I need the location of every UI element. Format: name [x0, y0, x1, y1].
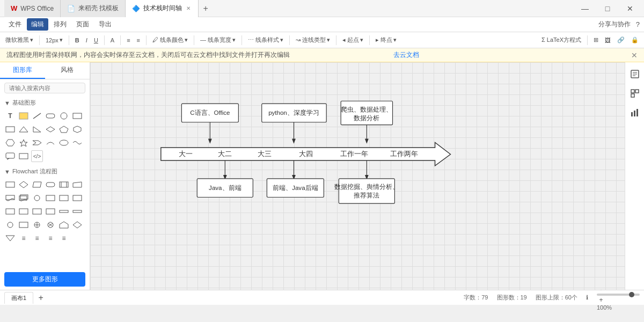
canvas-area[interactable]: C语言、Office python、深度学习 爬虫、数据处理、 数据分析	[90, 62, 625, 290]
end-point-control[interactable]: ▸ 终点▾	[374, 35, 399, 45]
fc-multidoc[interactable]	[18, 192, 30, 204]
fc-circle2[interactable]	[31, 192, 43, 204]
fc-house[interactable]	[58, 219, 70, 231]
shape-right-triangle[interactable]	[31, 123, 43, 135]
properties-panel-button[interactable]	[627, 67, 642, 82]
shape-ellipse[interactable]	[58, 137, 70, 149]
fc-io[interactable]	[31, 179, 43, 191]
menu-export[interactable]: 导出	[94, 18, 116, 31]
notif-link[interactable]: 去云文档	[393, 50, 419, 60]
sheet-tab-1[interactable]: 画布1	[4, 292, 33, 304]
add-sheet-button[interactable]: +	[35, 292, 46, 303]
tab-diagram[interactable]: 🔷 技术栈时间轴 ✕	[126, 0, 199, 17]
fc-s2[interactable]	[71, 192, 83, 204]
shape-triangle[interactable]	[18, 123, 30, 135]
fc-diamond2[interactable]	[71, 219, 83, 231]
shape-chevron[interactable]	[31, 137, 43, 149]
fc-triangle2[interactable]	[4, 232, 16, 244]
search-input[interactable]	[4, 83, 85, 93]
shape-diamond[interactable]	[45, 123, 56, 135]
shape-line[interactable]	[31, 110, 43, 122]
shape-rect3[interactable]	[18, 150, 30, 162]
fc-s6[interactable]	[45, 206, 56, 217]
shape-arc[interactable]	[45, 137, 56, 149]
shape-rect2[interactable]	[4, 123, 16, 135]
fc-list2[interactable]: ≡	[31, 232, 43, 244]
fc-x[interactable]	[45, 219, 56, 231]
fc-s3[interactable]	[4, 206, 16, 217]
latex-button[interactable]: Σ LaTeX方程式	[539, 35, 583, 45]
font-select[interactable]: 微软雅黑 ▾	[3, 35, 35, 45]
close-button[interactable]: ✕	[620, 0, 640, 17]
top-box-3[interactable]	[341, 101, 392, 125]
underline-button[interactable]: U	[92, 36, 100, 45]
bottom-box-3[interactable]	[339, 179, 394, 203]
connector-type-control[interactable]: ↝ 连线类型▾	[294, 35, 332, 45]
shape-rect-fill[interactable]	[18, 110, 30, 122]
stroke-style-control[interactable]: ⋯ 线条样式▾	[246, 35, 286, 45]
italic-button[interactable]: I	[84, 36, 90, 45]
menu-edit[interactable]: 编辑	[27, 18, 48, 31]
fc-list1[interactable]: ≡	[18, 232, 30, 244]
help-icon[interactable]: ?	[636, 20, 640, 28]
zoom-slider[interactable]	[597, 294, 640, 296]
shape-pentagon[interactable]	[58, 123, 70, 135]
status-info-icon[interactable]: ℹ	[586, 294, 588, 301]
shape-hexagon[interactable]	[4, 137, 16, 149]
shape-circle[interactable]	[58, 110, 70, 122]
basic-shapes-title[interactable]: ▼ 基础图形	[4, 99, 85, 107]
fc-terminal[interactable]	[45, 179, 56, 191]
fc-rect4[interactable]	[45, 192, 56, 204]
tab-shape-library[interactable]: 图形库	[0, 62, 45, 79]
tab-wps[interactable]: W WPS Office	[4, 0, 61, 17]
menu-arrange[interactable]: 排列	[49, 18, 71, 31]
fc-doc[interactable]	[4, 192, 16, 204]
shape-callout[interactable]	[4, 150, 16, 162]
fc-s8[interactable]	[71, 206, 83, 217]
fc-s9[interactable]	[18, 219, 30, 231]
zoom-in-button[interactable]: +	[597, 296, 605, 304]
fc-decision[interactable]	[18, 179, 30, 191]
start-point-control[interactable]: ◂ 起点▾	[340, 35, 365, 45]
link-button[interactable]: 🔗	[615, 35, 627, 45]
list-button[interactable]: ≡	[135, 36, 142, 45]
opacity-control[interactable]: 🖊 线条颜色▾	[150, 35, 190, 45]
shape-text[interactable]: T	[4, 110, 16, 122]
fc-manual[interactable]	[71, 179, 83, 191]
stroke-width-control[interactable]: — 线条宽度▾	[198, 35, 238, 45]
shape-code[interactable]: </>	[31, 150, 43, 162]
minimize-button[interactable]: —	[575, 0, 595, 17]
align-button[interactable]: ≡	[125, 36, 132, 45]
shape-hexagon-v[interactable]	[71, 123, 83, 135]
color-button[interactable]: A	[108, 36, 116, 45]
new-tab-button[interactable]: +	[199, 4, 212, 13]
fc-s4[interactable]	[18, 206, 30, 217]
menu-file[interactable]: 文件	[4, 18, 26, 31]
fc-predefined[interactable]	[58, 179, 70, 191]
fc-circle3[interactable]	[4, 219, 16, 231]
notif-close-button[interactable]: ✕	[631, 51, 638, 60]
font-size-select[interactable]: 12px ▾	[43, 35, 65, 45]
menu-page[interactable]: 页面	[72, 18, 93, 31]
flowchart-title[interactable]: ▼ Flowchart 流程图	[4, 167, 85, 175]
shape-rect[interactable]	[71, 110, 83, 122]
fc-s1[interactable]	[58, 192, 70, 204]
fc-process[interactable]	[4, 179, 16, 191]
format-panel-button[interactable]	[627, 86, 642, 101]
tab-close-diagram[interactable]: ✕	[185, 4, 192, 12]
chart-panel-button[interactable]	[627, 105, 642, 120]
bold-button[interactable]: B	[73, 36, 82, 45]
canvas-grid[interactable]: C语言、Office python、深度学习 爬虫、数据处理、 数据分析	[90, 62, 625, 290]
maximize-button[interactable]: □	[598, 0, 617, 17]
share-button[interactable]: 分享与协作	[598, 20, 631, 29]
lock-button[interactable]: 🔒	[629, 35, 641, 45]
image-button[interactable]: 🖼	[603, 36, 613, 45]
fc-s7[interactable]	[58, 206, 70, 217]
fc-list4[interactable]: ≡	[58, 232, 70, 244]
fc-s5[interactable]	[31, 206, 43, 217]
tab-style[interactable]: 风格	[45, 62, 90, 79]
shape-star[interactable]	[18, 137, 30, 149]
shape-wave[interactable]	[71, 137, 83, 149]
fc-plus[interactable]	[31, 219, 43, 231]
fc-list3[interactable]: ≡	[45, 232, 56, 244]
